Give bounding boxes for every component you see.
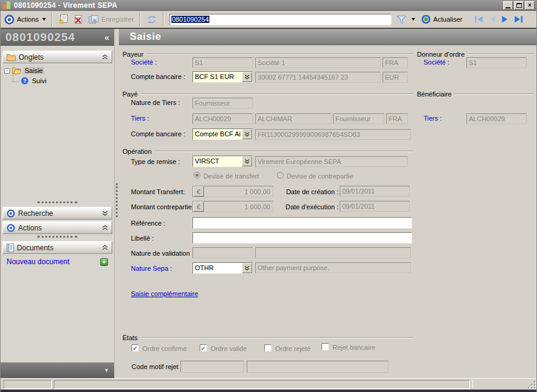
first-record-button[interactable] xyxy=(474,16,483,23)
nature-sepa-label: Nature Sepa : xyxy=(131,265,172,272)
app-icon xyxy=(2,1,11,10)
sync-icon xyxy=(146,15,157,24)
sidebar: 0801090254 « Onglets - Saisie ? Suivi xyxy=(1,29,115,378)
next-record-button[interactable] xyxy=(501,16,509,23)
date-execution-field: 09/01/2011 xyxy=(340,201,410,212)
target-icon xyxy=(7,224,15,232)
actions-menu-button[interactable]: Actions xyxy=(14,14,48,24)
type-remise-label: Type de remise : xyxy=(131,158,180,165)
combo-dropdown-button[interactable] xyxy=(242,263,252,273)
etats-legend: États xyxy=(122,334,413,341)
maximize-icon xyxy=(516,3,522,8)
type-remise-combo[interactable]: VIRSCT xyxy=(192,156,253,167)
next-record-icon xyxy=(501,16,509,23)
payeur-compte-label: Compte bancaire : xyxy=(131,73,185,80)
status-divider xyxy=(472,380,473,388)
splitter-grip-icon xyxy=(116,183,118,217)
chevron-double-down-icon xyxy=(244,74,250,80)
ordre-valide-checkbox: ✔ xyxy=(200,344,207,352)
save-button[interactable]: Enregistrer xyxy=(86,13,136,25)
record-input-selected-text: 0801090254 xyxy=(171,16,209,23)
sidebar-bottom-bar[interactable]: ▼ xyxy=(1,362,114,378)
chevron-down-icon: ▼ xyxy=(104,367,109,373)
sidebar-collapse-button[interactable]: « xyxy=(104,33,109,42)
montant-transfert-field: € 1 000,00 xyxy=(192,186,273,197)
new-record-button[interactable] xyxy=(56,13,71,26)
ordre-confirme-checkbox: ✔ xyxy=(132,344,139,352)
panel-header-actions[interactable]: Actions xyxy=(2,221,112,234)
toolbar-separator xyxy=(163,13,164,26)
tree-item-saisie[interactable]: - Saisie xyxy=(4,66,114,75)
main-panel: Saisie Payeur Société : S1 Société 1 FRA… xyxy=(119,29,536,378)
reference-label: Référence : xyxy=(131,220,165,227)
euro-currency-button[interactable]: € xyxy=(193,186,204,197)
previous-record-icon xyxy=(489,16,496,23)
last-record-button[interactable] xyxy=(514,16,523,23)
ordre-confirme-label: Ordre confirmé xyxy=(142,345,186,352)
paye-tiers-label: Tiers : xyxy=(131,115,149,122)
panel-header-documents[interactable]: Documents xyxy=(2,241,112,254)
delete-record-button[interactable] xyxy=(71,13,86,26)
sidebar-splitter-handle[interactable] xyxy=(37,236,77,238)
type-remise-desc-field: Virement Européenne SEPA xyxy=(255,156,408,167)
add-document-button[interactable]: + xyxy=(100,258,108,266)
filter-dropdown-caret-icon[interactable] xyxy=(411,18,415,21)
nature-tiers-field: Fournisseur xyxy=(192,98,253,109)
combo-dropdown-button[interactable] xyxy=(242,129,252,139)
nature-validation-desc-field xyxy=(255,247,411,258)
euro-currency-button[interactable]: € xyxy=(193,201,204,212)
tiers-country-field: FRA xyxy=(386,113,408,124)
resize-grip[interactable] xyxy=(528,381,535,388)
nature-sepa-combo[interactable]: OTHR xyxy=(192,262,253,274)
folder-icon xyxy=(7,54,16,61)
sync-button[interactable] xyxy=(144,14,160,25)
payeur-account-field: 30002 67771 14454345167 23 xyxy=(255,72,381,83)
date-creation-label: Date de création : xyxy=(283,188,338,195)
close-button[interactable]: × xyxy=(525,1,535,10)
donneur-societe-field: S1 xyxy=(466,57,527,68)
main-header: Saisie xyxy=(119,29,536,45)
donneur-societe-label: Société : xyxy=(424,58,450,66)
combo-dropdown-button[interactable] xyxy=(242,156,252,166)
payeur-societe-code-field: S1 xyxy=(192,57,253,68)
paye-compte-label: Compte bancaire : xyxy=(131,130,185,138)
sidebar-splitter-handle[interactable] xyxy=(37,201,77,203)
montant-contrepartie-label: Montant contrepartie : xyxy=(131,203,195,210)
reference-input[interactable] xyxy=(192,217,412,229)
code-motif-desc-field xyxy=(247,361,389,373)
saisie-form: Payeur Société : S1 Société 1 FRA Compte… xyxy=(119,46,536,378)
ordre-valide-label: Ordre valide xyxy=(211,345,247,352)
minimize-button[interactable] xyxy=(503,1,513,10)
last-record-icon xyxy=(514,16,523,23)
paye-compte-combo[interactable]: Compte BCF Ai xyxy=(192,128,253,140)
first-record-icon xyxy=(474,16,483,23)
question-icon: ? xyxy=(21,77,28,84)
filter-button[interactable] xyxy=(396,15,407,24)
libelle-input[interactable] xyxy=(192,232,412,244)
filter-funnel-icon xyxy=(396,15,407,24)
payeur-compte-combo[interactable]: BCF S1 EUR xyxy=(192,71,253,83)
save-icon xyxy=(88,14,99,24)
nature-validation-code-field xyxy=(192,247,253,258)
sidebar-main-splitter[interactable] xyxy=(115,29,119,378)
previous-record-button[interactable] xyxy=(489,16,496,23)
chevron-double-down-icon xyxy=(244,131,250,137)
paye-legend: Payé xyxy=(122,90,413,98)
maximize-button[interactable] xyxy=(514,1,524,10)
refresh-button[interactable]: Actualiser xyxy=(419,13,465,25)
payeur-societe-name-field: Société 1 xyxy=(255,57,381,68)
combo-dropdown-button[interactable] xyxy=(242,72,252,82)
saisie-complementaire-link[interactable]: Saisie complémentaire xyxy=(131,290,198,297)
panel-header-recherche[interactable]: Recherche xyxy=(2,207,112,220)
window-title: 0801090254 - Virement SEPA xyxy=(14,1,502,10)
panel-header-onglets[interactable]: Onglets xyxy=(2,51,112,63)
devise-contrepartie-label: Devise de contrepartie xyxy=(287,172,353,180)
new-document-link[interactable]: Nouveau document xyxy=(7,258,100,266)
chevron-double-down-icon xyxy=(244,265,250,271)
refresh-icon xyxy=(421,14,431,24)
tree-expander-icon[interactable]: - xyxy=(4,68,10,74)
tree-item-suivi[interactable]: ? Suivi xyxy=(13,75,114,86)
record-search-input[interactable]: 0801090254 xyxy=(170,14,392,25)
chevron-double-up-icon xyxy=(102,245,108,250)
devise-transfert-radio xyxy=(194,172,200,179)
